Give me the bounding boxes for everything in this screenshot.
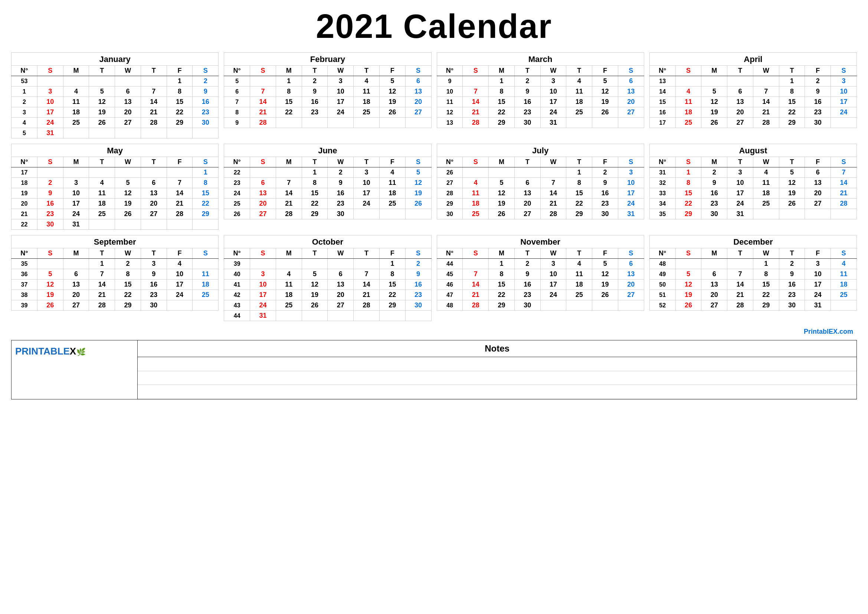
col-header-0: N°	[224, 248, 250, 259]
day-cell: 12	[379, 87, 405, 97]
day-cell: 18	[63, 107, 89, 118]
table-row: 199101112131415	[11, 188, 219, 198]
day-cell	[515, 167, 540, 178]
day-cell: 13	[618, 269, 644, 279]
notes-line-3[interactable]	[138, 385, 857, 399]
day-cell: 13	[515, 188, 540, 198]
day-cell: 16	[515, 97, 540, 107]
day-cell: 26	[592, 290, 618, 300]
col-header-6: F	[167, 66, 192, 76]
day-cell	[753, 209, 779, 219]
week-number: 30	[437, 209, 463, 219]
day-cell: 10	[37, 97, 63, 107]
day-cell: 14	[250, 97, 276, 107]
day-cell: 9	[328, 178, 353, 188]
week-number: 13	[437, 118, 463, 128]
col-header-4: W	[115, 248, 141, 259]
day-cell	[353, 311, 380, 321]
day-cell: 16	[192, 97, 219, 107]
brand-link[interactable]: PrintablEX.com	[11, 326, 857, 336]
day-cell	[63, 167, 89, 178]
day-cell: 2	[37, 178, 63, 188]
day-cell: 7	[167, 178, 192, 188]
notes-line-2[interactable]	[138, 371, 857, 385]
col-header-1: S	[676, 248, 701, 259]
day-cell: 26	[779, 198, 805, 209]
day-cell: 1	[192, 167, 219, 178]
week-number: 26	[224, 209, 250, 219]
day-cell: 9	[515, 269, 540, 279]
day-cell: 19	[37, 290, 63, 300]
day-cell: 25	[831, 290, 857, 300]
table-row: 392627282930	[11, 300, 219, 311]
day-cell: 8	[302, 178, 328, 188]
col-header-6: F	[592, 66, 618, 76]
day-cell: 4	[566, 259, 592, 269]
day-cell: 11	[379, 178, 405, 188]
day-cell: 2	[592, 167, 618, 178]
table-row: 3819202122232425	[11, 290, 219, 300]
day-cell: 23	[37, 209, 63, 219]
week-number: 22	[11, 219, 37, 230]
month-table-october: OctoberN°SMTWTFS391240345678941101112131…	[224, 235, 431, 321]
col-header-2: M	[276, 157, 302, 167]
day-cell: 13	[250, 188, 276, 198]
month-name: July	[437, 144, 644, 157]
day-cell: 12	[115, 188, 141, 198]
day-cell	[592, 300, 618, 311]
day-cell: 4	[63, 87, 89, 97]
day-cell	[727, 76, 753, 87]
month-name: June	[224, 144, 431, 157]
day-cell	[566, 118, 592, 128]
day-cell: 25	[566, 107, 592, 118]
day-cell: 29	[676, 209, 701, 219]
table-row: 44123456	[437, 259, 644, 269]
table-row: 26123	[437, 167, 644, 178]
day-cell: 21	[89, 290, 115, 300]
day-cell: 9	[37, 188, 63, 198]
col-header-4: W	[753, 66, 779, 76]
day-cell: 13	[805, 178, 831, 188]
col-header-7: S	[405, 157, 431, 167]
day-cell: 18	[89, 198, 115, 209]
col-header-6: F	[805, 157, 831, 167]
day-cell: 19	[676, 290, 701, 300]
week-number: 53	[11, 76, 37, 87]
week-number: 49	[649, 269, 676, 279]
table-row: 2413141516171819	[224, 188, 431, 198]
day-cell	[701, 76, 727, 87]
col-header-7: S	[831, 157, 857, 167]
day-cell: 10	[328, 87, 353, 97]
day-cell: 4	[566, 76, 592, 87]
day-cell: 23	[405, 290, 431, 300]
day-cell: 31	[540, 118, 566, 128]
table-row: 2745678910	[437, 178, 644, 188]
day-cell: 2	[302, 76, 328, 87]
day-cell	[353, 118, 380, 128]
day-cell: 29	[566, 209, 592, 219]
col-header-6: F	[592, 157, 618, 167]
day-cell: 2	[515, 76, 540, 87]
col-header-0: N°	[649, 66, 676, 76]
week-number: 39	[224, 259, 250, 269]
day-cell: 14	[727, 279, 753, 290]
day-cell: 20	[63, 290, 89, 300]
day-cell	[405, 209, 431, 219]
day-cell	[463, 167, 489, 178]
day-cell: 1	[753, 259, 779, 269]
col-header-1: S	[250, 248, 276, 259]
day-cell: 18	[379, 188, 405, 198]
month-table-february: FebruaryN°SMTWTFS51234566789101112137141…	[224, 52, 431, 128]
day-cell: 10	[540, 87, 566, 97]
day-cell	[676, 259, 701, 269]
notes-line-1[interactable]	[138, 357, 857, 371]
table-row: 49567891011	[649, 269, 857, 279]
day-cell: 15	[379, 279, 405, 290]
month-september: SeptemberN°SMTWTFS3512343656789101137121…	[11, 235, 219, 321]
table-row: 424252627282930	[11, 118, 219, 128]
day-cell: 15	[753, 279, 779, 290]
day-cell: 25	[753, 198, 779, 209]
col-header-3: T	[89, 157, 115, 167]
day-cell: 7	[753, 87, 779, 97]
day-cell	[405, 118, 431, 128]
